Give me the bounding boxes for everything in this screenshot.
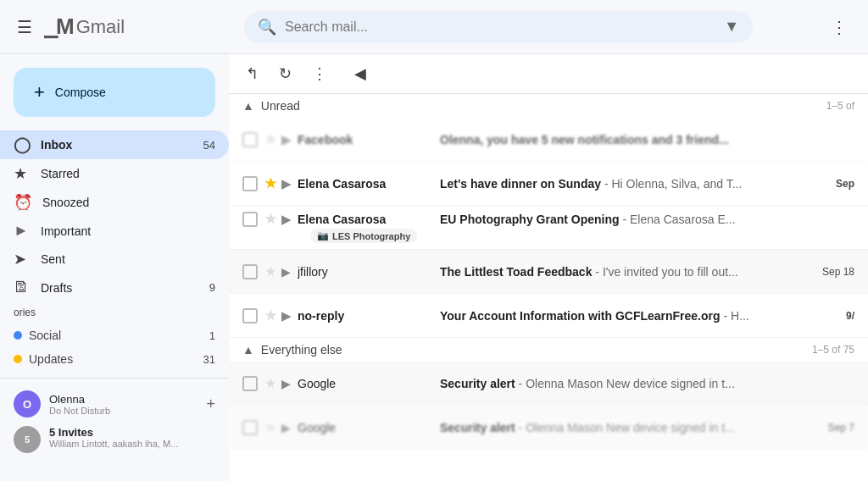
compose-button[interactable]: + Compose (14, 68, 215, 117)
email-snippet: - Elena Casarosa E... (622, 213, 735, 226)
sidebar-item-updates[interactable]: Updates 31 (0, 347, 229, 371)
social-badge: 1 (209, 329, 215, 342)
cursor-icon: ◀ (351, 61, 370, 86)
everything-else-chevron-icon[interactable]: ▲ (242, 343, 254, 357)
archive-icon[interactable]: ↰ (242, 61, 262, 86)
unread-chevron-icon[interactable]: ▲ (242, 99, 254, 113)
starred-icon: ★ (14, 164, 31, 183)
email-checkbox[interactable] (242, 212, 258, 227)
label-icon: ▶ (281, 133, 291, 147)
user-info: Olenna Do Not Disturb (49, 393, 198, 416)
email-checkbox[interactable] (242, 264, 258, 279)
email-snippet: - Olenna Mason New device signed in t... (519, 421, 735, 434)
gmail-logo: ⎯M Gmail (44, 14, 125, 40)
everything-else-count: 1–5 of 75 (812, 344, 854, 356)
label-icon: ▶ (281, 177, 291, 191)
email-row[interactable]: ★ ▶ Google Security alert - Olenna Mason… (229, 406, 868, 450)
sent-icon: ➤ (14, 250, 31, 268)
email-row[interactable]: ★ ▶ no-reply Your Account Information wi… (229, 294, 868, 338)
main-layout: + Compose ◯ Inbox 54 ★ Starred ⏰ Snoozed… (0, 54, 868, 481)
add-account-icon[interactable]: + (206, 395, 215, 413)
label-icon: ▶ (281, 265, 291, 279)
sidebar-item-social[interactable]: Social 1 (0, 323, 229, 347)
unread-count: 1–5 of (826, 100, 854, 112)
email-body: The Littlest Toad Feedback - I've invite… (433, 265, 804, 279)
email-sender: Google (298, 421, 433, 434)
email-sender: Facebook (298, 133, 433, 147)
star-icon[interactable]: ★ (264, 263, 276, 279)
email-checkbox[interactable] (242, 308, 258, 323)
attachment-chip[interactable]: 📷 LES Photography (310, 229, 417, 243)
sidebar-item-sent[interactable]: ➤ Sent (0, 245, 229, 274)
top-bar-left: ☰ ⎯M Gmail (14, 14, 234, 41)
email-body: EU Photography Grant Opening - Elena Cas… (433, 213, 804, 226)
sidebar: + Compose ◯ Inbox 54 ★ Starred ⏰ Snoozed… (0, 54, 229, 481)
gmail-label: Gmail (76, 16, 125, 38)
inbox-icon: ◯ (14, 135, 31, 154)
grid-icon[interactable]: ⋮ (824, 12, 854, 42)
email-sender: Google (298, 377, 433, 390)
email-subject: Your Account Information with GCFLearnFr… (440, 309, 721, 323)
search-input[interactable] (285, 19, 715, 35)
email-checkbox[interactable] (242, 420, 258, 435)
email-snippet: - H... (723, 309, 748, 323)
email-body: Your Account Information with GCFLearnFr… (433, 309, 804, 323)
label-icon: ▶ (281, 421, 291, 434)
top-bar-right: ⋮ (824, 12, 854, 42)
email-row[interactable]: ★ ▶ Google Security alert - Olenna Mason… (229, 362, 868, 406)
star-icon[interactable]: ★ (264, 375, 276, 391)
search-bar: 🔍 ▼ (244, 11, 753, 43)
label-icon: ▶ (281, 309, 291, 323)
sidebar-item-starred[interactable]: ★ Starred (0, 159, 229, 188)
star-icon[interactable]: ★ (264, 307, 276, 323)
sidebar-item-snoozed[interactable]: ⏰ Snoozed (0, 188, 229, 217)
email-checkbox[interactable] (242, 132, 258, 147)
email-subject: EU Photography Grant Opening (440, 213, 620, 226)
email-body: Olenna, you have 5 new notifications and… (433, 133, 804, 147)
email-list-area: ↰ ↻ ⋮ ◀ ▲ Unread 1–5 of ★ ▶ Facebook Ole… (229, 54, 868, 481)
email-checkbox[interactable] (242, 376, 258, 391)
sidebar-footer: O Olenna Do Not Disturb + 5 5 Invites Wi… (0, 378, 229, 463)
email-row[interactable]: ★ ▶ jfillory The Littlest Toad Feedback … (229, 250, 868, 294)
plus-icon: + (34, 81, 45, 103)
email-row-main: ★ ▶ Elena Casarosa EU Photography Grant … (242, 211, 854, 227)
label-icon: ▶ (281, 377, 291, 390)
email-row[interactable]: ★ ▶ Facebook Olenna, you have 5 new noti… (229, 118, 868, 162)
email-subject: Security alert (440, 377, 515, 390)
email-row[interactable]: ★ ▶ Elena Casarosa EU Photography Grant … (229, 206, 868, 250)
categories-section-title: ories (0, 301, 229, 323)
star-icon[interactable]: ★ (264, 131, 276, 147)
email-snippet: - Hi Olenna, Silva, and T... (604, 177, 742, 191)
sidebar-item-important[interactable]: ► Important (0, 217, 229, 245)
drafts-icon: 🖺 (14, 279, 31, 296)
invites-item[interactable]: 5 5 Invites William Lintott, aakash iha,… (14, 423, 215, 456)
star-icon[interactable]: ★ (264, 175, 276, 191)
email-row[interactable]: ★ ▶ Elena Casarosa Let's have dinner on … (229, 162, 868, 206)
more-vert-icon[interactable]: ⋮ (309, 61, 331, 86)
search-dropdown-icon[interactable]: ▼ (724, 18, 739, 36)
menu-button[interactable]: ☰ (14, 14, 36, 41)
user-status: Do Not Disturb (49, 406, 198, 416)
email-checkbox[interactable] (242, 176, 258, 191)
email-subject: Let's have dinner on Sunday (440, 177, 601, 191)
drafts-label: Drafts (41, 281, 199, 295)
email-sender: Elena Casarosa (298, 177, 433, 191)
important-label: Important (41, 224, 215, 238)
email-row-main: ★ ▶ Facebook Olenna, you have 5 new noti… (242, 131, 854, 147)
star-icon[interactable]: ★ (264, 419, 276, 435)
invites-avatar: 5 (14, 426, 41, 453)
invite-names: William Lintott, aakash iha, M... (49, 439, 178, 449)
social-dot-icon (14, 331, 22, 340)
email-snippet: - I've invited you to fill out... (595, 265, 737, 279)
email-subject: Olenna, you have 5 new notifications and… (440, 133, 729, 147)
sidebar-item-inbox[interactable]: ◯ Inbox 54 (0, 130, 229, 159)
user-profile-item[interactable]: O Olenna Do Not Disturb + (14, 385, 215, 423)
refresh-icon[interactable]: ↻ (275, 61, 295, 86)
email-sender: jfillory (298, 265, 433, 279)
star-icon[interactable]: ★ (264, 211, 276, 227)
important-icon: ► (14, 222, 31, 240)
email-sender: no-reply (298, 309, 433, 323)
starred-label: Starred (41, 167, 215, 180)
attachment-area: 📷 LES Photography (242, 227, 417, 243)
sidebar-item-drafts[interactable]: 🖺 Drafts 9 (0, 274, 229, 301)
